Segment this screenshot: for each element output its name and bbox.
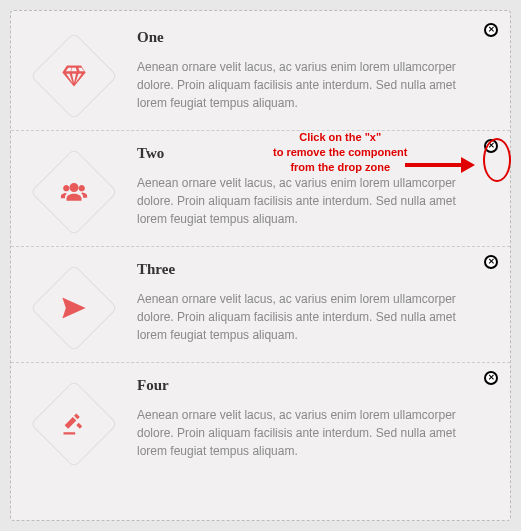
item-description: Aenean ornare velit lacus, ac varius eni… [137,58,482,112]
item-title: Four [137,377,482,394]
component-item: Two Aenean ornare velit lacus, ac varius… [11,131,510,247]
icon-frame [29,377,119,460]
component-item: Three Aenean ornare velit lacus, ac vari… [11,247,510,363]
item-title: Three [137,261,482,278]
users-icon [30,148,118,236]
item-title: One [137,29,482,46]
remove-button[interactable] [484,371,498,385]
icon-frame [29,29,119,112]
remove-button[interactable] [484,23,498,37]
drop-zone: One Aenean ornare velit lacus, ac varius… [10,10,511,521]
item-description: Aenean ornare velit lacus, ac varius eni… [137,406,482,460]
icon-frame [29,145,119,228]
component-item: Four Aenean ornare velit lacus, ac variu… [11,363,510,478]
component-item: One Aenean ornare velit lacus, ac varius… [11,15,510,131]
icon-frame [29,261,119,344]
paper-plane-icon [30,264,118,352]
remove-button[interactable] [484,255,498,269]
item-description: Aenean ornare velit lacus, ac varius eni… [137,174,482,228]
gavel-icon [30,380,118,468]
item-title: Two [137,145,482,162]
item-description: Aenean ornare velit lacus, ac varius eni… [137,290,482,344]
diamond-icon [30,32,118,120]
remove-button[interactable] [484,139,498,153]
